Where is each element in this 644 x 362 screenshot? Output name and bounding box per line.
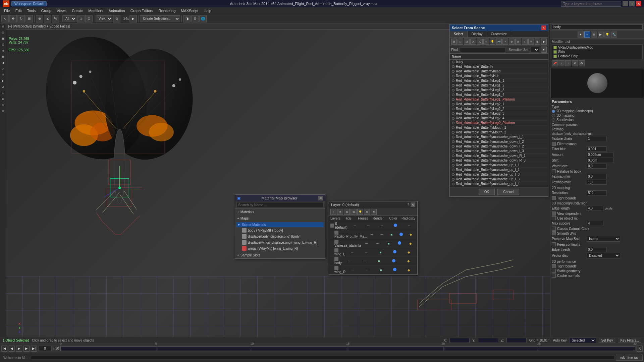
ref-coord-btn[interactable]: ⊙ [113,15,120,22]
left-tool-4[interactable]: ⊞ [0,42,6,48]
scale-tool-btn[interactable]: ⊞ [25,15,33,22]
sub-papilio-color[interactable] [396,233,406,237]
radio-msu-l1[interactable] [452,164,454,167]
sub-vanessa-color[interactable] [394,241,405,245]
list-item-mustache-dl2[interactable]: Red_Admirable_Butterflymustache_down_l_2 [450,139,548,144]
mod-checkbox-1[interactable] [553,46,557,49]
radio-leg2-1[interactable] [452,103,454,106]
catmull-check[interactable] [552,227,556,231]
select-ok-btn[interactable]: OK [479,189,495,195]
goto-end-btn[interactable]: ▶| [31,346,37,352]
list-item-head[interactable]: Red_Admirable_Butterflyhead [450,69,548,74]
layer-0-radiosity[interactable]: ─ [402,224,416,228]
left-tool-9[interactable]: ☀ [0,72,6,78]
sel-expand-btn[interactable]: ▶ [541,39,547,45]
utilities-panel-btn[interactable]: 🔧 [611,32,617,38]
list-item-mouth-2[interactable]: Red_Admirable_ButterflyMouth_2 [450,130,548,135]
mat-sample-header[interactable]: + Sample Slots [236,253,324,258]
radio-leg1-2[interactable] [452,84,454,87]
list-item-mouth-1[interactable]: Red_Admirable_ButterflyMouth_1 [450,125,548,130]
layer-0-freeze[interactable]: ─ [362,224,375,228]
list-item-mustache-dl3[interactable]: Red_Admirable_Butterflymustache_down_l_3 [450,149,548,154]
left-tool-8[interactable]: △ [0,66,6,72]
rel-bbox-check[interactable] [552,169,556,173]
modify-panel-btn active[interactable]: ≡ [584,32,590,38]
hierarchy-panel-btn[interactable]: ⊕ [591,32,597,38]
list-item-leg1-4[interactable]: Red_Admirable_ButterflyLeg1_4 [450,93,548,97]
left-tool-1[interactable]: ⊕ [0,23,6,29]
layers-delete-btn[interactable]: ✕ [337,209,343,215]
y-coord-input[interactable] [478,338,498,343]
mod-delete-btn[interactable]: ✕ [572,60,578,66]
sel-filter-space-btn[interactable]: ⊛ [509,39,515,45]
radio-msu-l3b[interactable] [452,178,454,181]
left-tool-6[interactable]: ◉ [0,54,6,60]
sel-filter-geo-btn[interactable]: △ [477,39,483,45]
set-key-btn[interactable]: Set Key [599,338,615,343]
sub-papilio-hide[interactable]: ─ [367,233,377,236]
list-item-leg2-3[interactable]: Red_Admirable_ButterflyLeg2_3 [450,111,548,116]
list-item-mustache-ul3[interactable]: Red_Admirable_Butterflymustache_up_l_3 [450,172,548,177]
layers-options-btn[interactable]: ⚙ [364,209,370,215]
rotate-tool-btn[interactable]: ↻ [17,15,25,22]
left-tool-12[interactable]: ⊡ [0,90,6,96]
type-2d-radio[interactable] [552,110,555,113]
left-tool-11[interactable]: ⊿ [0,84,6,90]
list-item-leg2-4[interactable]: Red_Admirable_ButterflyLeg2_4 [450,116,548,121]
list-item-mustache-dr1[interactable]: Red_Admirable_Butterflymustache_down_R_1 [450,154,548,158]
modifier-skin[interactable]: Skin [553,50,642,54]
list-item-red-admirable[interactable]: Red_Admirable_Butterfly [450,64,548,69]
sub-wingl-freeze[interactable]: ─ [359,250,373,254]
sub-papilio-radiosity[interactable]: ◆ [406,233,416,236]
sub-wingl-render[interactable]: ■ [373,250,387,254]
layer-sub-wingl[interactable]: wing_L ─ ─ ■ ◆ [329,248,417,257]
edge-len-input[interactable] [587,206,603,211]
animate-btn[interactable]: ▶ [129,15,137,22]
close-button[interactable]: ✕ [636,1,641,6]
radio-msd-r3[interactable] [452,159,454,162]
resolution-input[interactable] [587,190,607,195]
sub-body-hide[interactable]: ─ [342,259,357,263]
left-tool-3[interactable]: ▣ [0,36,6,42]
texmap-min-input[interactable] [587,174,607,179]
view-dropdown[interactable]: View [96,15,112,22]
render-setup-btn[interactable]: ⚙ [191,15,199,22]
next-frame-btn[interactable]: ▶ [23,346,30,352]
menu-maxscript[interactable]: MAXScript [178,8,201,13]
sub-wingr-radiosity[interactable]: ◆ [402,268,416,272]
list-item-leg1-1[interactable]: Red_Admirable_ButterflyLeg1_1 [450,78,548,83]
sub-body-freeze[interactable]: ─ [357,259,371,263]
angle-snap-btn[interactable]: ∡ [44,15,51,22]
minimize-button[interactable]: ─ [623,1,628,6]
sub-vanessa-freeze[interactable]: ─ [372,242,383,245]
x-coord-input[interactable] [449,338,470,343]
list-item-leg1-3[interactable]: Red_Admirable_ButterflyLeg1_3 [450,88,548,93]
create-selection-dropdown[interactable]: Create Selection... [140,15,180,22]
list-item-mustache-ul1[interactable]: Red_Admirable_Butterflymustache_up_l_1 [450,163,548,168]
workspace-button[interactable]: Workspace: Default [11,1,47,6]
mat-materials-header[interactable]: + Materials [236,209,324,215]
left-tool-15[interactable]: ≡ [0,108,6,114]
sel-hier-btn[interactable]: ⊞ [535,39,540,45]
play-btn[interactable]: ▶ [16,346,22,352]
menu-modifiers[interactable]: Modifiers [86,8,106,13]
left-tool-7[interactable]: ◑ [0,60,6,66]
edge-thresh-input[interactable] [587,247,607,252]
select-dialog-list[interactable]: body Red_Admirable_Butterfly Red_Admirab… [450,60,548,187]
menu-edit[interactable]: Edit [13,8,24,13]
sel-none-btn[interactable]: □ [458,39,463,45]
sel-sort-btn[interactable]: ↕ [522,39,528,45]
menu-rendering[interactable]: Rendering [156,8,178,13]
timeline-mini-track[interactable] [31,356,614,360]
list-item-leg2-2[interactable]: Red_Admirable_ButterflyLeg2_2 [450,107,548,111]
move-tool-btn[interactable]: ✥ [9,15,17,22]
mat-item-disp-wings[interactable]: displace(wings_displace.png) [wing_L,win… [236,239,324,245]
select-tab-customize[interactable]: Customize [487,31,511,37]
sub-wingr-freeze[interactable]: ─ [360,268,374,272]
list-item-hub[interactable]: Red_Admirable_ButterflyHub [450,74,548,78]
radio-leg2-4[interactable] [452,117,454,120]
left-tool-14[interactable]: ⊙ [0,102,6,108]
radio-msd-l1[interactable] [452,136,454,138]
select-tab-display[interactable]: Display [468,31,487,37]
filter-texmap-check[interactable] [552,142,556,146]
